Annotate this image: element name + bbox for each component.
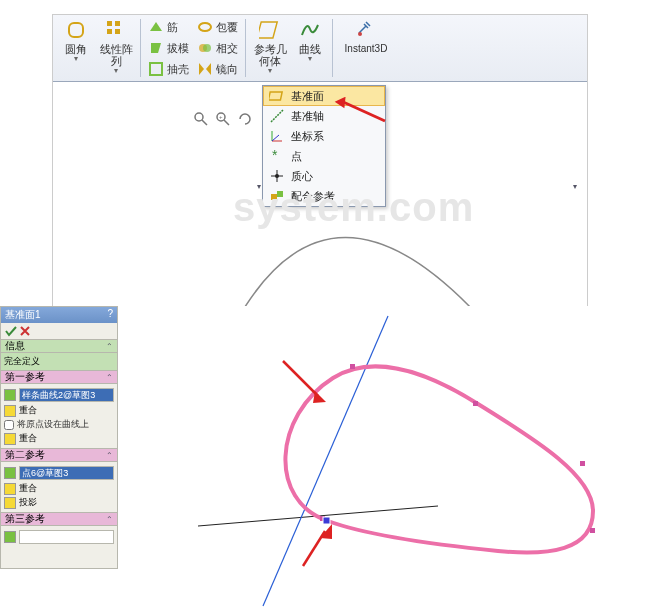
svg-line-31 bbox=[341, 101, 385, 121]
pm-head-label: 第一参考 bbox=[5, 370, 45, 384]
fillet-button[interactable]: 圆角 ▾ bbox=[57, 17, 95, 63]
linear-pattern-button[interactable]: 线性阵 列 ▾ bbox=[95, 17, 137, 75]
collapse-icon: ⌃ bbox=[106, 342, 113, 351]
pm-msg-head[interactable]: 信息 ⌃ bbox=[1, 339, 117, 353]
construction-line bbox=[263, 316, 388, 606]
selection-cube-icon bbox=[4, 531, 16, 543]
bottom-screenshot: 基准面1 ? 信息 ⌃ 完全定义 第一参考 ⌃ 样条曲线2@草图3 重合 将原点… bbox=[0, 306, 650, 612]
cancel-icon[interactable] bbox=[19, 325, 31, 337]
ref-geometry-button[interactable]: 参考几 何体 ▾ bbox=[249, 17, 291, 75]
rib-label: 筋 bbox=[167, 20, 178, 35]
collapse-icon: ⌃ bbox=[106, 373, 113, 382]
svg-marker-42 bbox=[320, 524, 332, 539]
ref1-value: 样条曲线2@草图3 bbox=[22, 389, 95, 402]
fillet-icon bbox=[65, 19, 87, 41]
selection-cube-icon bbox=[4, 467, 16, 479]
collapse-icon: ⌃ bbox=[106, 515, 113, 524]
svg-line-21 bbox=[271, 110, 283, 122]
property-manager: 基准面1 ? 信息 ⌃ 完全定义 第一参考 ⌃ 样条曲线2@草图3 重合 将原点… bbox=[0, 306, 118, 569]
wrap-button[interactable]: 包覆 bbox=[193, 17, 242, 37]
svg-rect-2 bbox=[115, 21, 120, 26]
pm-ref3-body bbox=[1, 526, 117, 548]
ribbon-stack-2: 包覆 相交 镜向 bbox=[193, 17, 242, 79]
wrap-icon bbox=[197, 19, 213, 35]
pm-msg-body: 完全定义 bbox=[1, 353, 117, 370]
svg-rect-37 bbox=[590, 528, 595, 533]
ref2-field[interactable]: 点6@草图3 bbox=[19, 466, 114, 480]
option-label: 重合 bbox=[19, 432, 37, 445]
instant3d-button[interactable]: Instant3D bbox=[336, 17, 396, 55]
curves-icon bbox=[299, 19, 321, 41]
separator bbox=[245, 19, 246, 77]
ribbon-toolbar: 圆角 ▾ 线性阵 列 ▾ 筋 拔模 抽壳 bbox=[53, 15, 587, 82]
pm-ref2-body: 点6@草图3 重合 投影 bbox=[1, 462, 117, 512]
graphics-area-top[interactable]: system.com bbox=[53, 135, 587, 306]
draft-icon bbox=[148, 40, 164, 56]
option-icon[interactable] bbox=[4, 497, 16, 509]
svg-line-39 bbox=[283, 361, 318, 396]
pm-ref1-head[interactable]: 第一参考 ⌃ bbox=[1, 370, 117, 384]
watermark-text: system.com bbox=[233, 185, 474, 230]
option-label: 投影 bbox=[19, 496, 37, 509]
svg-rect-0 bbox=[69, 23, 83, 37]
option-icon[interactable] bbox=[4, 405, 16, 417]
pm-title-text: 基准面1 bbox=[5, 308, 41, 322]
shell-button[interactable]: 抽壳 bbox=[144, 59, 193, 79]
svg-point-6 bbox=[199, 23, 211, 31]
dd-label: 基准面 bbox=[291, 89, 324, 104]
mirror-button[interactable]: 镜向 bbox=[193, 59, 242, 79]
svg-rect-1 bbox=[107, 21, 112, 26]
option-icon[interactable] bbox=[4, 433, 16, 445]
sketch-svg bbox=[118, 306, 650, 612]
ref-geometry-icon bbox=[259, 19, 281, 41]
instant3d-label: Instant3D bbox=[345, 43, 388, 55]
pm-head-label: 信息 bbox=[5, 339, 25, 353]
svg-rect-20 bbox=[269, 92, 282, 100]
rib-button[interactable]: 筋 bbox=[144, 17, 193, 37]
ok-icon[interactable] bbox=[5, 325, 17, 337]
svg-rect-3 bbox=[107, 29, 112, 34]
shell-label: 抽壳 bbox=[167, 62, 189, 77]
linear-pattern-label: 线性阵 列 bbox=[100, 43, 133, 67]
axis-icon bbox=[269, 108, 285, 124]
ref3-field[interactable] bbox=[19, 530, 114, 544]
wrap-label: 包覆 bbox=[216, 20, 238, 35]
rib-icon bbox=[148, 19, 164, 35]
selected-point[interactable] bbox=[323, 517, 330, 524]
chevron-down-icon: ▾ bbox=[268, 66, 272, 75]
mirror-label: 镜向 bbox=[216, 62, 238, 77]
ref2-value: 点6@草图3 bbox=[22, 467, 68, 480]
ref1-field[interactable]: 样条曲线2@草图3 bbox=[19, 388, 114, 402]
chevron-down-icon: ▾ bbox=[308, 54, 312, 63]
callout-arrow-icon bbox=[303, 524, 332, 566]
mirror-icon bbox=[197, 61, 213, 77]
intersect-button[interactable]: 相交 bbox=[193, 38, 242, 58]
svg-rect-5 bbox=[150, 63, 162, 75]
svg-point-10 bbox=[358, 32, 362, 36]
option-icon[interactable] bbox=[4, 483, 16, 495]
svg-rect-35 bbox=[473, 401, 478, 406]
pm-head-label: 第三参考 bbox=[5, 512, 45, 526]
draft-button[interactable]: 拔模 bbox=[144, 38, 193, 58]
selection-cube-icon bbox=[4, 389, 16, 401]
ribbon-stack-1: 筋 拔模 抽壳 bbox=[144, 17, 193, 79]
curves-button[interactable]: 曲线 ▾ bbox=[291, 17, 329, 63]
callout-arrow-icon bbox=[283, 361, 326, 403]
pm-msg-text: 完全定义 bbox=[4, 356, 40, 366]
pm-head-label: 第二参考 bbox=[5, 448, 45, 462]
pm-ref3-head[interactable]: 第三参考 ⌃ bbox=[1, 512, 117, 526]
shell-icon bbox=[148, 61, 164, 77]
separator bbox=[332, 19, 333, 77]
origin-on-curve-check[interactable]: 将原点设在曲线上 bbox=[4, 418, 114, 431]
option-label: 重合 bbox=[19, 482, 37, 495]
ref-geometry-label: 参考几 何体 bbox=[254, 43, 287, 67]
top-screenshot: 圆角 ▾ 线性阵 列 ▾ 筋 拔模 抽壳 bbox=[52, 14, 588, 307]
pm-ref2-head[interactable]: 第二参考 ⌃ bbox=[1, 448, 117, 462]
graphics-area-bottom[interactable] bbox=[118, 306, 650, 612]
collapse-icon: ⌃ bbox=[106, 451, 113, 460]
chevron-down-icon: ▾ bbox=[114, 66, 118, 75]
help-button[interactable]: ? bbox=[107, 308, 113, 322]
separator bbox=[140, 19, 141, 77]
pm-ref1-body: 样条曲线2@草图3 重合 将原点设在曲线上 重合 bbox=[1, 384, 117, 448]
check-label: 将原点设在曲线上 bbox=[17, 418, 89, 431]
